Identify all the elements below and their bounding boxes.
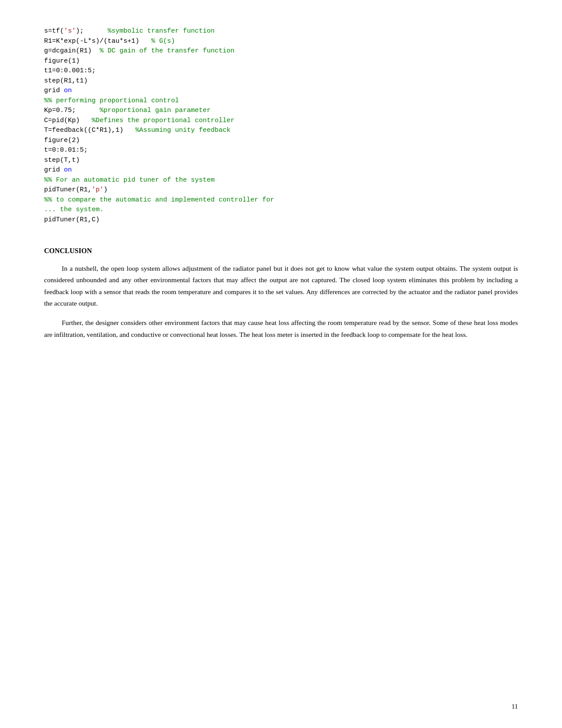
page: s=tf('s'); %symbolic transfer functionR1…: [0, 0, 562, 728]
page-number: 11: [512, 703, 518, 710]
conclusion-paragraphs: In a nutshell, the open loop system allo…: [44, 263, 518, 340]
conclusion-paragraph: Further, the designer considers other en…: [44, 317, 518, 340]
conclusion-title: CONCLUSION: [44, 247, 518, 255]
code-block: s=tf('s'); %symbolic transfer functionR1…: [44, 26, 518, 225]
conclusion-paragraph: In a nutshell, the open loop system allo…: [44, 263, 518, 309]
